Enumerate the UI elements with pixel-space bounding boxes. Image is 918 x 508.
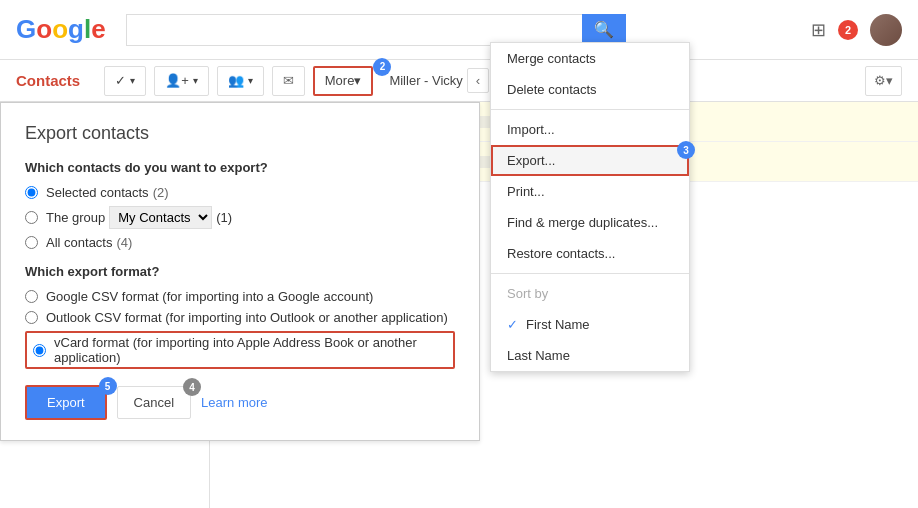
radio-vcard[interactable] (33, 344, 46, 357)
format-section: Which export format? Google CSV format (… (25, 264, 455, 369)
contacts-label: Contacts (16, 72, 80, 89)
step4-badge: 4 (183, 378, 201, 396)
menu-item-merge-duplicates[interactable]: Find & merge duplicates... (491, 207, 689, 238)
gear-button[interactable]: ⚙ ▾ (865, 66, 902, 96)
radio-all-contacts[interactable]: All contacts (4) (25, 235, 455, 250)
radio-selected-input[interactable] (25, 186, 38, 199)
more-button[interactable]: More ▾ (313, 66, 374, 96)
google-logo: G o o g l e (16, 14, 106, 45)
checkmark-icon: ✓ (115, 73, 126, 88)
cancel-button[interactable]: Cancel (117, 386, 191, 419)
format-google-csv[interactable]: Google CSV format (for importing into a … (25, 289, 455, 304)
range-label: Miller - Vicky (389, 73, 462, 88)
radio-google-csv[interactable] (25, 290, 38, 303)
menu-item-last-name[interactable]: Last Name (491, 340, 689, 371)
dropdown-menu: Merge contacts Delete contacts Import...… (490, 42, 690, 372)
menu-item-first-name[interactable]: First Name (491, 309, 689, 340)
prev-arrow-button[interactable]: ‹ (467, 68, 489, 93)
select-button[interactable]: ✓ ▾ (104, 66, 146, 96)
selected-contacts-count: (2) (153, 185, 169, 200)
radio-group-input[interactable] (25, 211, 38, 224)
which-contacts-title: Which contacts do you want to export? (25, 160, 455, 175)
dialog-buttons: Export 5 Cancel 4 Learn more (25, 385, 455, 420)
step5-badge: 5 (99, 377, 117, 395)
group-arrow-icon: ▾ (248, 75, 253, 86)
email-icon: ✉ (283, 73, 294, 88)
group-dropdown[interactable]: My Contacts (109, 206, 212, 229)
grid-icon[interactable]: ⊞ (811, 19, 826, 41)
group-count: (1) (216, 210, 232, 225)
select-arrow-icon: ▾ (130, 75, 135, 86)
separator1 (491, 109, 689, 110)
which-format-title: Which export format? (25, 264, 455, 279)
menu-item-print[interactable]: Print... (491, 176, 689, 207)
export-dialog: Export contacts Which contacts do you wa… (0, 102, 480, 441)
all-contacts-count: (4) (116, 235, 132, 250)
group-label: The group (46, 210, 105, 225)
add-person-icon: 👤+ (165, 73, 189, 88)
contacts-radio-group: Selected contacts (2) The group My Conta… (25, 185, 455, 250)
more-arrow-icon: ▾ (354, 73, 361, 88)
radio-group-contacts[interactable]: The group My Contacts (1) (25, 206, 455, 229)
separator2 (491, 273, 689, 274)
header: G o o g l e 🔍 ⊞ 2 (0, 0, 918, 60)
avatar[interactable] (870, 14, 902, 46)
add-contact-button[interactable]: 👤+ ▾ (154, 66, 209, 96)
search-bar: 🔍 (126, 14, 626, 46)
gear-arrow-icon: ▾ (886, 73, 893, 88)
header-right: ⊞ 2 (811, 14, 902, 46)
selected-contacts-label: Selected contacts (46, 185, 149, 200)
export-button[interactable]: Export (25, 385, 107, 420)
add-group-button[interactable]: 👥 ▾ (217, 66, 264, 96)
menu-item-delete[interactable]: Delete contacts (491, 74, 689, 105)
outlook-csv-label: Outlook CSV format (for importing into O… (46, 310, 448, 325)
step3-badge: 3 (677, 141, 695, 159)
radio-outlook-csv[interactable] (25, 311, 38, 324)
group-icon: 👥 (228, 73, 244, 88)
format-outlook-csv[interactable]: Outlook CSV format (for importing into O… (25, 310, 455, 325)
more-label: More (325, 73, 355, 88)
menu-item-import[interactable]: Import... (491, 114, 689, 145)
learn-more-link[interactable]: Learn more (201, 395, 267, 410)
format-vcard[interactable]: vCard format (for importing into Apple A… (25, 331, 455, 369)
search-input[interactable] (126, 14, 582, 46)
menu-item-restore[interactable]: Restore contacts... (491, 238, 689, 269)
add-arrow-icon: ▾ (193, 75, 198, 86)
search-icon: 🔍 (594, 20, 614, 39)
google-csv-label: Google CSV format (for importing into a … (46, 289, 373, 304)
radio-selected-contacts[interactable]: Selected contacts (2) (25, 185, 455, 200)
step2-badge: 2 (373, 58, 391, 76)
notification-badge[interactable]: 2 (838, 20, 858, 40)
menu-item-sort-by: Sort by (491, 278, 689, 309)
group-select-container[interactable]: My Contacts (1) (109, 206, 232, 229)
email-button[interactable]: ✉ (272, 66, 305, 96)
vcard-label: vCard format (for importing into Apple A… (54, 335, 447, 365)
all-contacts-label: All contacts (46, 235, 112, 250)
toolbar: Contacts ✓ ▾ 👤+ ▾ 👥 ▾ ✉ More ▾ 2 Miller … (0, 60, 918, 102)
menu-item-merge[interactable]: Merge contacts (491, 43, 689, 74)
search-button[interactable]: 🔍 (582, 14, 626, 46)
menu-item-export[interactable]: Export... (491, 145, 689, 176)
gear-icon: ⚙ (874, 73, 886, 88)
dialog-title: Export contacts (25, 123, 455, 144)
radio-all-input[interactable] (25, 236, 38, 249)
